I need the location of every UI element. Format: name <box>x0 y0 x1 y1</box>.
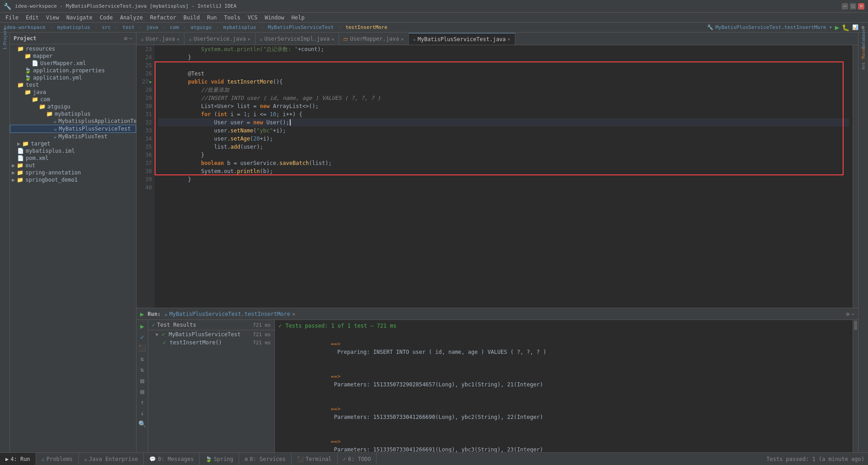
tree-item-target[interactable]: ▶ 📁target <box>10 140 136 147</box>
gutter-run-icon[interactable]: ▶ <box>150 78 152 86</box>
tab-userservice-java[interactable]: ☕ UserService.java ✕ <box>184 33 255 45</box>
editor-and-run: 23 24 25 26 27▶ 28 29 30 31 32 33 34 35 … <box>137 45 858 452</box>
tree-item-java[interactable]: 📁java <box>10 89 136 96</box>
bottom-tab-terminal-label: Terminal <box>306 456 332 462</box>
rerun-button[interactable]: ▶ <box>138 322 147 331</box>
bc-mybatisplus2[interactable]: mybatisplus <box>223 24 256 30</box>
menu-refactor[interactable]: Refactor <box>146 14 180 22</box>
tree-item-usermapper-xml[interactable]: 📄UserMapper.xml <box>10 60 136 67</box>
tree-item-pom[interactable]: 📄pom.xml <box>10 155 136 162</box>
tab-close-icon[interactable]: ✕ <box>401 37 404 42</box>
tree-item-out[interactable]: ▶ 📁out <box>10 162 136 169</box>
sort-button-2[interactable]: ⇅ <box>138 365 147 374</box>
project-icon-2[interactable]: — <box>129 35 132 42</box>
filter-button-2[interactable]: ▤ <box>138 387 147 396</box>
maven-icon[interactable]: Maven <box>859 48 868 57</box>
menu-edit[interactable]: Edit <box>22 14 42 22</box>
test-class-item[interactable]: ▼ ✓ MyBatisPlusServiceTest 721 ms <box>148 330 274 338</box>
tab-close-icon[interactable]: ✕ <box>508 37 510 42</box>
menu-view[interactable]: View <box>42 14 63 22</box>
tree-item-atguigu[interactable]: 📁atguigu <box>10 103 136 110</box>
bc-java[interactable]: java <box>146 24 158 30</box>
menu-run[interactable]: Run <box>203 14 221 22</box>
sep5: › <box>163 24 169 30</box>
tab-mybatisplus-service-test[interactable]: ☕ MyBatisPlusServiceTest.java ✕ <box>409 33 515 45</box>
editor-scrollbar[interactable] <box>853 45 858 308</box>
scroll-button[interactable]: 🔍 <box>138 419 147 428</box>
close-button[interactable]: ✕ <box>858 3 864 9</box>
run-tab-text: MyBatisPlusServiceTest.testInsertMore <box>170 311 290 317</box>
bc-idea-workspace[interactable]: idea-workspace <box>4 24 46 30</box>
output-scrollbar[interactable] <box>853 320 858 452</box>
bottom-tab-terminal[interactable]: ⬛ Terminal <box>292 453 338 465</box>
filter-button[interactable]: ▤ <box>138 376 147 385</box>
tree-item-mybatisplus[interactable]: 📁mybatisplus <box>10 110 136 117</box>
run-minimize-icon[interactable]: — <box>851 311 854 317</box>
bottom-tab-java-enterprise[interactable]: ☕ Java Enterprise <box>79 453 144 465</box>
tab-close-icon[interactable]: ✕ <box>331 37 334 42</box>
pass-checkmark: ✓ <box>278 322 282 330</box>
run-button[interactable]: ▶ <box>835 23 840 32</box>
bottom-tab-todo[interactable]: ✓ 6: TODO <box>338 453 377 465</box>
tab-user-java[interactable]: ☕ User.java ✕ <box>137 33 184 45</box>
bottom-tab-services[interactable]: ⚙ 8: Services <box>239 453 292 465</box>
tab-close-icon[interactable]: ✕ <box>248 37 250 42</box>
bottom-tab-spring[interactable]: 🍃 Spring <box>200 453 239 465</box>
bc-mybatisplus[interactable]: mybatisplus <box>57 24 90 30</box>
menu-navigate[interactable]: Navigate <box>63 14 96 22</box>
run-tab-close[interactable]: ✕ <box>292 311 295 317</box>
test-method-item[interactable]: ✓ testInsertMore() 721 ms <box>148 338 274 347</box>
tree-item-spring-annotation[interactable]: ▶ 📁spring-annotation <box>10 169 136 176</box>
bc-atguigu[interactable]: atguigu <box>191 24 212 30</box>
code-content[interactable]: System.out.println("总记录数: "+count); } @T… <box>155 45 853 308</box>
menu-file[interactable]: File <box>2 14 22 22</box>
tree-item-com[interactable]: 📁com <box>10 96 136 103</box>
bc-test[interactable]: test <box>123 24 135 30</box>
menu-help[interactable]: Help <box>288 14 308 22</box>
debug-button[interactable]: 🐛 <box>842 24 849 31</box>
down-button[interactable]: ↓ <box>138 409 147 418</box>
tree-item-mybatisplus-test[interactable]: ☕MyBatisPlusTest <box>10 133 136 140</box>
tab-userserviceimpl-java[interactable]: ☕ UserServiceImpl.java ✕ <box>255 33 340 45</box>
menu-window[interactable]: Window <box>261 14 288 22</box>
coverage-button[interactable]: 📊 <box>852 24 859 30</box>
tree-item-application-yml[interactable]: 🍃application.yml <box>10 74 136 81</box>
project-tree: 📁resources 📁mapper 📄UserMapper.xml 🍃appl… <box>10 44 136 452</box>
tree-item-mybatisplus-service-test[interactable]: ☕MyBatisPlusServiceTest <box>10 125 136 133</box>
tab-close-icon[interactable]: ✕ <box>177 37 179 42</box>
tree-item-springboot-demo1[interactable]: ▶ 📁springboot_demo1 <box>10 176 136 183</box>
tree-item-iml[interactable]: 📄mybatisplus.iml <box>10 147 136 155</box>
database-icon[interactable]: Database <box>859 34 868 43</box>
bc-service-test[interactable]: MyBatisPlusServiceTest <box>268 24 334 30</box>
run-tab-label[interactable]: ☕ MyBatisPlusServiceTest.testInsertMore … <box>164 311 295 317</box>
tree-item-test[interactable]: 📁test <box>10 81 136 89</box>
project-tool-icon[interactable]: 1:Project <box>0 34 9 43</box>
sort-button[interactable]: ⇅ <box>138 354 147 363</box>
menu-vcs[interactable]: VCS <box>244 14 261 22</box>
bottom-tab-problems[interactable]: ⚠ Problems <box>36 453 79 465</box>
tree-item-resources[interactable]: 📁resources <box>10 45 136 52</box>
maximize-button[interactable]: □ <box>850 3 856 9</box>
up-button[interactable]: ↑ <box>138 398 147 407</box>
tab-usermapper-java[interactable]: 🗃 UserMapper.java ✕ <box>339 33 408 45</box>
tree-item-mapper[interactable]: 📁mapper <box>10 52 136 60</box>
menu-analyze[interactable]: Analyze <box>116 14 146 22</box>
tree-item-application-props[interactable]: 🍃application.properties <box>10 67 136 74</box>
bottom-tab-run[interactable]: ▶ 4: Run <box>0 453 36 465</box>
ant-icon[interactable]: Ant <box>859 61 868 70</box>
terminal-icon: ⬛ <box>297 456 304 462</box>
project-icon-1[interactable]: ⚙ <box>124 35 127 42</box>
bottom-tab-messages[interactable]: 💬 0: Messages <box>144 453 199 465</box>
stop-button[interactable]: ⬛ <box>138 343 147 352</box>
code-editor[interactable]: 23 24 25 26 27▶ 28 29 30 31 32 33 34 35 … <box>137 45 858 308</box>
menu-tools[interactable]: Tools <box>221 14 244 22</box>
run-settings-icon[interactable]: ⚙ <box>846 311 849 317</box>
bc-method[interactable]: testInsertMore <box>345 24 387 30</box>
menu-code[interactable]: Code <box>96 14 117 22</box>
bc-com[interactable]: com <box>170 24 179 30</box>
tree-item-mybatisplus-app-tests[interactable]: ☕MybatisplusApplicationTests <box>10 117 136 125</box>
run-panel: ▶ Run: ☕ MyBatisPlusServiceTest.testInse… <box>137 308 858 452</box>
minimize-button[interactable]: ─ <box>842 3 848 9</box>
bc-src[interactable]: src <box>102 24 111 30</box>
menu-build[interactable]: Build <box>180 14 203 22</box>
